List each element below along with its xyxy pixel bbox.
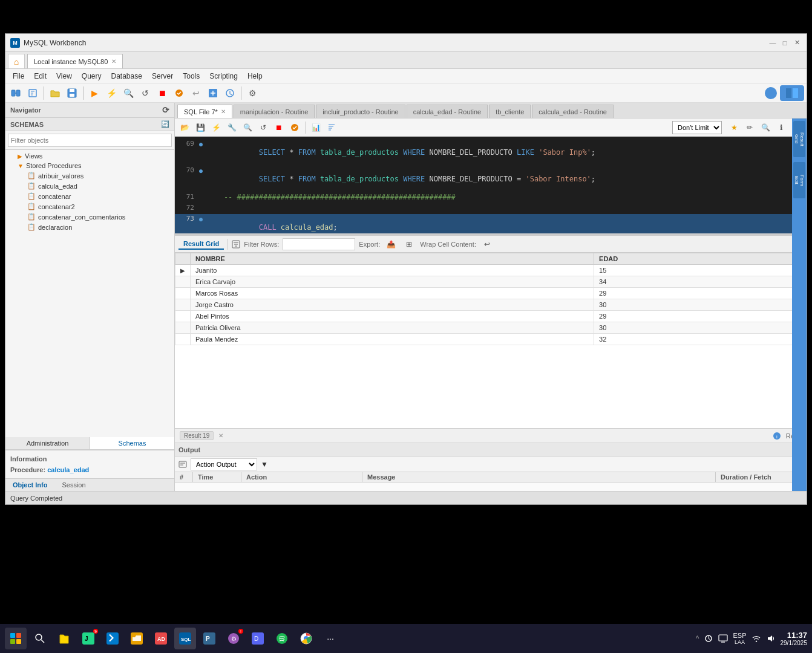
menu-view[interactable]: View [51,71,77,82]
tree-item-proc-1[interactable]: 📋 atribuir_valores [5,171,174,181]
proc-label-4: concatenar2 [38,203,75,210]
menu-help[interactable]: Help [243,71,267,82]
wrap-content-btn[interactable]: ⊞ [402,237,416,252]
postgres-taskbar-btn[interactable]: P [198,628,220,649]
commit-btn[interactable] [171,85,187,101]
star-btn[interactable]: ★ [727,120,741,135]
instance-tab[interactable]: Local instance MySQL80 ✕ [27,54,123,68]
menu-edit[interactable]: Edit [29,71,51,82]
zoom-btn[interactable]: 🔍 [758,120,773,135]
menu-scripting[interactable]: Scripting [205,71,243,82]
tree-item-views[interactable]: ▶ Views [5,151,174,161]
home-tab[interactable]: ⌂ [8,54,25,68]
menu-server[interactable]: Server [147,71,178,82]
tree-item-proc-4[interactable]: 📋 concatenar2 [5,201,174,212]
tree-item-proc-6[interactable]: 📋 declaracion [5,222,174,232]
clear-btn[interactable]: ✏ [742,120,757,135]
editor-tab-sql[interactable]: SQL File 7* ✕ [177,105,232,118]
maximize-button[interactable]: □ [780,38,790,48]
view-toggle-btn[interactable] [780,85,804,101]
result-tag-close[interactable]: ✕ [218,432,223,439]
execute-script-btn[interactable]: ⚡ [103,85,119,101]
session-tab[interactable]: Session [54,479,93,491]
toggle-output-btn[interactable]: 📊 [309,120,323,135]
sql-editor[interactable]: 69 ● SELECT * FROM tabla_de_productos WH… [175,137,807,233]
menu-file[interactable]: File [8,71,29,82]
files-taskbar-btn[interactable] [53,628,75,649]
result-grid-tab[interactable]: Result Grid [178,239,224,250]
undo-btn[interactable]: ↺ [137,85,153,101]
save-file-btn[interactable]: 💾 [193,120,208,135]
run-query-btn[interactable]: ⚡ [209,120,223,135]
editor-tab-calcula1[interactable]: calcula_edad - Routine [407,105,488,118]
config-btn[interactable] [763,85,779,101]
spotify-taskbar-btn[interactable] [271,628,293,649]
new-query-btn[interactable] [25,85,41,101]
explain-btn[interactable]: 🔧 [224,120,239,135]
info-btn[interactable]: ℹ [774,120,788,135]
object-info-tab[interactable]: Object Info [5,479,54,491]
editor-tab-manipulacion[interactable]: manipulacion - Routine [234,105,315,118]
action-output-dropdown[interactable]: Action Output [191,458,257,470]
schemas-tab[interactable]: Schemas [90,437,174,449]
menu-tools[interactable]: Tools [178,71,205,82]
start-button[interactable] [5,628,27,649]
new-connection-btn[interactable] [8,85,24,101]
editor-tab-sql-close[interactable]: ✕ [221,108,226,115]
explorer-taskbar-btn[interactable] [126,628,148,649]
anydesk-taskbar-btn[interactable]: AD [150,628,172,649]
sql-line-71: 71 ● -- ################################… [175,192,807,203]
search-query-btn[interactable]: 🔍 [240,120,255,135]
search-taskbar-btn[interactable] [29,628,51,649]
open-btn[interactable] [47,85,63,101]
close-button[interactable]: ✕ [792,38,802,48]
stop-query-btn[interactable]: ⏹ [272,120,286,135]
form-editor-btn[interactable]: FormEdit [793,162,805,198]
more-taskbar-btn[interactable]: ··· [319,628,341,649]
rollback-btn[interactable]: ↩ [188,85,204,101]
schema-inspector-btn[interactable] [222,85,238,101]
jetbrains-taskbar-btn[interactable]: J 9 [77,628,99,649]
administration-tab[interactable]: Administration [5,437,90,449]
undo-query-btn[interactable]: ↺ [256,120,270,135]
wrap-icon-btn[interactable]: ↩ [480,237,494,252]
badge-taskbar-btn[interactable]: ⚙ ! [223,628,244,649]
tree-item-proc-2[interactable]: 📋 calcula_edad [5,181,174,191]
result-grid-side-btn[interactable]: ResultGrid [793,121,805,157]
minimize-button[interactable]: — [768,38,778,48]
menu-query[interactable]: Query [77,71,106,82]
execute-btn[interactable]: ▶ [87,85,102,101]
editor-tab-incluir[interactable]: incluir_producto - Routine [316,105,405,118]
tree-item-proc-5[interactable]: 📋 concatenar_con_comentarios [5,212,174,222]
result-tag[interactable]: Result 19 [180,431,214,440]
discord-taskbar-btn[interactable]: D [247,628,269,649]
menu-database[interactable]: Database [106,71,147,82]
save-btn[interactable] [64,85,80,101]
instance-tab-close[interactable]: ✕ [111,58,116,65]
badge-notif: ! [238,629,243,634]
schemas-icon[interactable]: ⟳ [162,105,169,115]
toggle-btn[interactable] [205,85,221,101]
editor-tab-tbcliente[interactable]: tb_cliente [489,105,531,118]
find-btn[interactable]: 🔍 [120,85,136,101]
format-btn[interactable] [324,120,339,135]
tree-item-stored-procedures[interactable]: ▼ Stored Procedures [5,161,174,171]
filter-rows-label: Filter Rows: [244,241,279,248]
data-grid[interactable]: NOMBRE EDAD ▶ Juanito 15 [175,253,807,428]
settings-btn[interactable]: ⚙ [244,85,260,101]
chrome-taskbar-btn[interactable] [295,628,317,649]
limit-dropdown[interactable]: Don't Limit 1000 rows 2000 rows [672,121,722,134]
open-file-btn[interactable]: 📂 [177,120,192,135]
svg-text:⚙: ⚙ [231,635,237,642]
vscode-taskbar-btn[interactable] [102,628,123,649]
beautify-btn[interactable] [287,120,302,135]
filter-rows-input[interactable] [283,238,355,250]
editor-tabs: SQL File 7* ✕ manipulacion - Routine inc… [175,103,807,119]
stop-btn[interactable]: ⏹ [154,85,170,101]
editor-tab-calcula2[interactable]: calcula_edad - Routine [532,105,614,118]
export-btn[interactable]: 📤 [384,237,398,252]
mysql-taskbar-btn[interactable]: SQL [174,628,196,649]
refresh-icon[interactable]: 🔄 [161,120,169,128]
filter-input[interactable] [8,134,172,147]
tree-item-proc-3[interactable]: 📋 concatenar [5,191,174,201]
